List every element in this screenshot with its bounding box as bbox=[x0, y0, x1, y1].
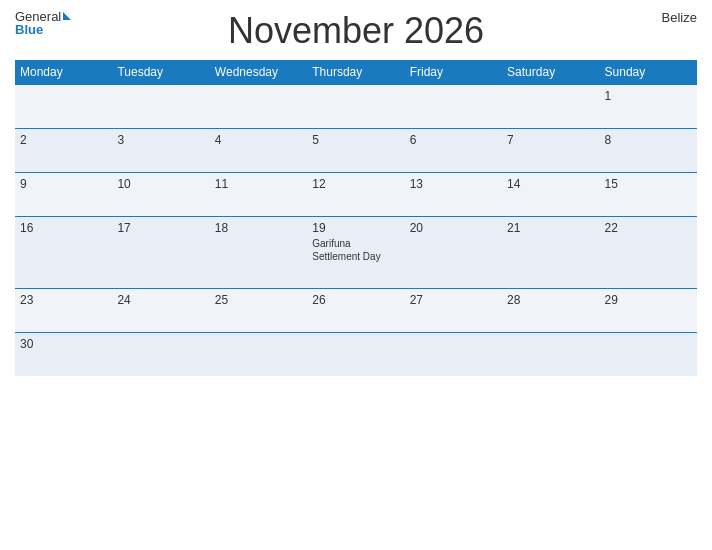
day-number: 16 bbox=[20, 221, 107, 235]
calendar-day-cell bbox=[405, 333, 502, 377]
calendar-day-cell: 25 bbox=[210, 289, 307, 333]
calendar-day-cell: 13 bbox=[405, 173, 502, 217]
day-number: 30 bbox=[20, 337, 107, 351]
day-number: 4 bbox=[215, 133, 302, 147]
calendar-header: General Blue November 2026 Belize bbox=[15, 10, 697, 52]
day-number: 19 bbox=[312, 221, 399, 235]
calendar-day-cell: 1 bbox=[600, 85, 697, 129]
calendar-day-cell bbox=[307, 333, 404, 377]
day-number: 20 bbox=[410, 221, 497, 235]
day-number: 12 bbox=[312, 177, 399, 191]
calendar-day-cell: 30 bbox=[15, 333, 112, 377]
calendar-day-cell: 17 bbox=[112, 217, 209, 289]
calendar-day-cell bbox=[210, 85, 307, 129]
calendar-week-row: 30 bbox=[15, 333, 697, 377]
day-number: 24 bbox=[117, 293, 204, 307]
calendar-day-cell bbox=[210, 333, 307, 377]
calendar-day-cell: 23 bbox=[15, 289, 112, 333]
calendar-day-cell: 2 bbox=[15, 129, 112, 173]
calendar-day-cell bbox=[112, 333, 209, 377]
calendar-day-cell: 27 bbox=[405, 289, 502, 333]
calendar-day-cell: 10 bbox=[112, 173, 209, 217]
month-title: November 2026 bbox=[228, 10, 484, 52]
day-number: 28 bbox=[507, 293, 594, 307]
calendar-day-cell: 21 bbox=[502, 217, 599, 289]
calendar-day-cell: 20 bbox=[405, 217, 502, 289]
calendar-day-cell: 11 bbox=[210, 173, 307, 217]
calendar-week-row: 23242526272829 bbox=[15, 289, 697, 333]
header-friday: Friday bbox=[405, 60, 502, 85]
calendar-day-cell: 7 bbox=[502, 129, 599, 173]
logo-triangle-icon bbox=[63, 12, 71, 20]
calendar-table: Monday Tuesday Wednesday Thursday Friday… bbox=[15, 60, 697, 376]
calendar-day-cell: 5 bbox=[307, 129, 404, 173]
header-wednesday: Wednesday bbox=[210, 60, 307, 85]
header-saturday: Saturday bbox=[502, 60, 599, 85]
day-number: 2 bbox=[20, 133, 107, 147]
logo-blue-text: Blue bbox=[15, 23, 43, 36]
calendar-day-cell: 8 bbox=[600, 129, 697, 173]
day-number: 15 bbox=[605, 177, 692, 191]
day-number: 6 bbox=[410, 133, 497, 147]
day-number: 29 bbox=[605, 293, 692, 307]
day-number: 7 bbox=[507, 133, 594, 147]
day-number: 26 bbox=[312, 293, 399, 307]
calendar-day-cell: 9 bbox=[15, 173, 112, 217]
day-number: 11 bbox=[215, 177, 302, 191]
day-number: 21 bbox=[507, 221, 594, 235]
weekday-header-row: Monday Tuesday Wednesday Thursday Friday… bbox=[15, 60, 697, 85]
day-number: 27 bbox=[410, 293, 497, 307]
day-number: 9 bbox=[20, 177, 107, 191]
calendar-day-cell: 4 bbox=[210, 129, 307, 173]
header-thursday: Thursday bbox=[307, 60, 404, 85]
calendar-day-cell: 26 bbox=[307, 289, 404, 333]
calendar-week-row: 2345678 bbox=[15, 129, 697, 173]
calendar-day-cell: 6 bbox=[405, 129, 502, 173]
calendar-day-cell: 29 bbox=[600, 289, 697, 333]
calendar-day-cell bbox=[502, 85, 599, 129]
calendar-day-cell bbox=[405, 85, 502, 129]
calendar-day-cell bbox=[502, 333, 599, 377]
calendar-day-cell: 28 bbox=[502, 289, 599, 333]
calendar-week-row: 16171819Garifuna Settlement Day202122 bbox=[15, 217, 697, 289]
header-sunday: Sunday bbox=[600, 60, 697, 85]
day-number: 5 bbox=[312, 133, 399, 147]
calendar-day-cell: 24 bbox=[112, 289, 209, 333]
day-number: 14 bbox=[507, 177, 594, 191]
day-number: 10 bbox=[117, 177, 204, 191]
calendar-day-cell bbox=[112, 85, 209, 129]
day-number: 22 bbox=[605, 221, 692, 235]
day-number: 13 bbox=[410, 177, 497, 191]
day-number: 8 bbox=[605, 133, 692, 147]
logo: General Blue bbox=[15, 10, 71, 36]
calendar-day-cell: 3 bbox=[112, 129, 209, 173]
day-number: 23 bbox=[20, 293, 107, 307]
calendar-day-cell: 12 bbox=[307, 173, 404, 217]
header-tuesday: Tuesday bbox=[112, 60, 209, 85]
day-number: 3 bbox=[117, 133, 204, 147]
calendar-day-cell: 18 bbox=[210, 217, 307, 289]
day-number: 18 bbox=[215, 221, 302, 235]
day-number: 1 bbox=[605, 89, 692, 103]
country-label: Belize bbox=[662, 10, 697, 25]
calendar-week-row: 1 bbox=[15, 85, 697, 129]
calendar-container: General Blue November 2026 Belize Monday… bbox=[0, 0, 712, 550]
calendar-day-cell: 15 bbox=[600, 173, 697, 217]
calendar-day-cell: 19Garifuna Settlement Day bbox=[307, 217, 404, 289]
calendar-day-cell: 16 bbox=[15, 217, 112, 289]
calendar-day-cell bbox=[307, 85, 404, 129]
calendar-day-cell bbox=[600, 333, 697, 377]
calendar-week-row: 9101112131415 bbox=[15, 173, 697, 217]
holiday-label: Garifuna Settlement Day bbox=[312, 237, 399, 263]
day-number: 17 bbox=[117, 221, 204, 235]
calendar-day-cell bbox=[15, 85, 112, 129]
header-monday: Monday bbox=[15, 60, 112, 85]
calendar-day-cell: 22 bbox=[600, 217, 697, 289]
day-number: 25 bbox=[215, 293, 302, 307]
calendar-day-cell: 14 bbox=[502, 173, 599, 217]
